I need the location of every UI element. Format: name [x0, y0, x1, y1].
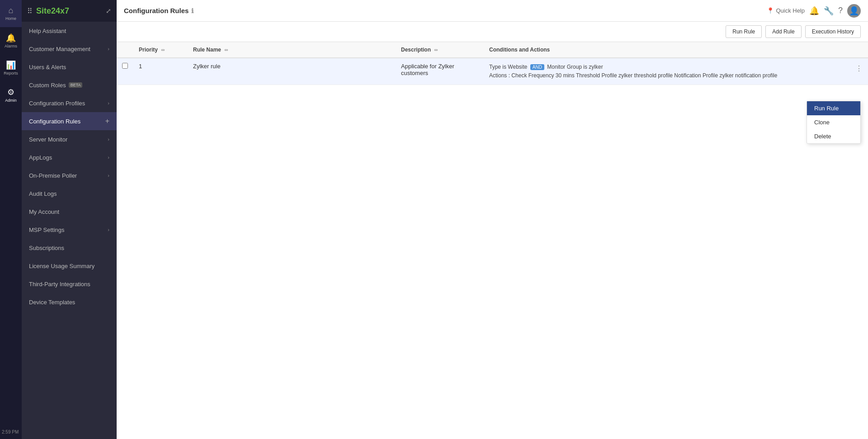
row-conditions-cell: Type is Website AND Monitor Group is zyl… [484, 58, 868, 85]
col-header-description: Description ⇔ [396, 42, 484, 58]
col-header-rule-name: Rule Name ⇔ [188, 42, 396, 58]
top-bar-actions: 📍 Quick Help 🔔 🔧 ? 👤 [767, 4, 861, 18]
type-is: is [502, 64, 508, 70]
help-icon[interactable]: ? [838, 6, 843, 15]
main-area: Configuration Rules ℹ 📍 Quick Help 🔔 🔧 ?… [117, 0, 868, 439]
chevron-right-icon: › [108, 100, 109, 106]
row-menu-button[interactable]: ⋮ [855, 63, 863, 75]
context-menu-item-delete[interactable]: Delete [807, 129, 860, 143]
chevron-right-icon: › [108, 46, 109, 52]
context-menu-item-clone[interactable]: Clone [807, 115, 860, 129]
sidebar-item-reports[interactable]: 📊 Reports [0, 54, 22, 81]
execution-history-button[interactable]: Execution History [805, 25, 861, 38]
col-header-priority: Priority ⇔ [133, 42, 188, 58]
sidebar-item-device-templates[interactable]: Device Templates [22, 293, 117, 311]
sidebar-item-help-assistant[interactable]: Help Assistant [22, 22, 117, 40]
table-header-row: Priority ⇔ Rule Name ⇔ Description ⇔ Con… [117, 42, 868, 58]
and-badge: AND [530, 64, 544, 70]
col-header-conditions: Conditions and Actions [484, 42, 868, 58]
actions-colon: : Check Frequency 30 mins [509, 72, 575, 79]
row-checkbox[interactable] [122, 63, 128, 69]
chevron-right-icon: › [108, 227, 109, 232]
home-icon: ⌂ [9, 6, 14, 15]
monitor-group-label: Monitor Group [547, 64, 582, 70]
chevron-right-icon: › [108, 137, 109, 142]
logo-area: ⠿ Site24x7 ⤢ [22, 0, 117, 22]
row-priority-cell: 1 [133, 58, 188, 85]
reports-icon: 📊 [6, 60, 16, 70]
wrench-icon[interactable]: 🔧 [824, 6, 834, 16]
row-description-cell: Applicable for Zylker customers [396, 58, 484, 85]
sidebar-item-third-party-integrations[interactable]: Third-Party Integrations [22, 275, 117, 293]
table-row[interactable]: 1 Zylker rule Applicable for Zylker cust… [117, 58, 868, 85]
chevron-right-icon: › [108, 155, 109, 160]
sidebar-item-customer-management[interactable]: Customer Management › [22, 40, 117, 58]
sidebar-item-custom-roles[interactable]: Custom Roles BETA [22, 76, 117, 94]
sidebar-item-configuration-rules[interactable]: Configuration Rules + [22, 112, 117, 130]
grid-icon[interactable]: ⠿ [27, 7, 33, 15]
sidebar-item-configuration-profiles[interactable]: Configuration Profiles › [22, 94, 117, 112]
resize-handle[interactable]: ⇔ [224, 47, 227, 53]
sidebar-item-alarms[interactable]: 🔔 Alarms [0, 27, 22, 54]
sidebar-item-license-usage-summary[interactable]: License Usage Summary [22, 257, 117, 275]
quick-help-link[interactable]: 📍 Quick Help [767, 7, 805, 14]
actions-label: Actions [489, 72, 507, 79]
app-logo: Site24x7 [36, 6, 69, 16]
content-area: Priority ⇔ Rule Name ⇔ Description ⇔ Con… [117, 42, 868, 439]
row-rule-name-cell: Zylker rule [188, 58, 396, 85]
expand-icon[interactable]: ⤢ [106, 7, 111, 14]
action-bar: Run Rule Add Rule Execution History [117, 22, 868, 42]
sidebar-item-server-monitor[interactable]: Server Monitor › [22, 130, 117, 148]
threshold-label: Threshold Profile [576, 72, 618, 79]
context-menu-item-run-rule[interactable]: Run Rule [807, 101, 860, 115]
alarms-icon: 🔔 [6, 33, 16, 43]
sidebar-item-on-premise-poller[interactable]: On-Premise Poller › [22, 166, 117, 184]
add-rule-button[interactable]: Add Rule [765, 25, 801, 38]
sidebar: ⠿ Site24x7 ⤢ Help Assistant Customer Man… [22, 0, 117, 439]
sidebar-item-home[interactable]: ⌂ Home [0, 0, 22, 27]
context-menu: Run Rule Clone Delete [807, 101, 861, 144]
config-rules-table: Priority ⇔ Rule Name ⇔ Description ⇔ Con… [117, 42, 868, 85]
top-bar: Configuration Rules ℹ 📍 Quick Help 🔔 🔧 ?… [117, 0, 868, 22]
resize-handle[interactable]: ⇔ [161, 47, 164, 53]
sidebar-item-msp-settings[interactable]: MSP Settings › [22, 221, 117, 239]
info-icon[interactable]: ℹ [191, 7, 193, 14]
monitor-group-value: zylker [589, 64, 603, 70]
row-checkbox-cell [117, 58, 133, 85]
chevron-right-icon: › [108, 173, 109, 178]
avatar[interactable]: 👤 [847, 4, 861, 18]
sidebar-item-users-alerts[interactable]: Users & Alerts [22, 58, 117, 76]
bell-icon[interactable]: 🔔 [809, 6, 819, 16]
current-time: 2:59 PM [2, 430, 19, 434]
run-rule-button[interactable]: Run Rule [726, 25, 762, 38]
icon-bar-top: ⌂ Home 🔔 Alarms 📊 Reports ⚙ Admin [0, 0, 22, 109]
resize-handle[interactable]: ⇔ [434, 47, 437, 53]
location-icon: 📍 [767, 7, 774, 14]
sidebar-item-admin[interactable]: ⚙ Admin [0, 81, 22, 109]
type-label: Type [489, 64, 501, 70]
icon-bar: ⌂ Home 🔔 Alarms 📊 Reports ⚙ Admin 2:59 P… [0, 0, 22, 439]
sidebar-item-subscriptions[interactable]: Subscriptions [22, 239, 117, 257]
admin-icon: ⚙ [7, 87, 14, 97]
beta-badge: BETA [69, 82, 83, 88]
col-header-checkbox [117, 42, 133, 58]
threshold-value: zylker threshold profile [618, 72, 673, 79]
sidebar-item-my-account[interactable]: My Account [22, 203, 117, 221]
sidebar-item-applogs[interactable]: AppLogs › [22, 148, 117, 166]
type-value: Website [508, 64, 527, 70]
page-title: Configuration Rules ℹ [124, 7, 760, 14]
notification-value: zylker notification profile [719, 72, 777, 79]
sidebar-item-audit-logs[interactable]: Audit Logs [22, 184, 117, 203]
notification-label: Notification Profile [674, 72, 719, 79]
conditions-content: Type is Website AND Monitor Group is zyl… [489, 63, 863, 80]
monitor-group-is: is [583, 64, 589, 70]
plus-icon[interactable]: + [105, 117, 109, 125]
